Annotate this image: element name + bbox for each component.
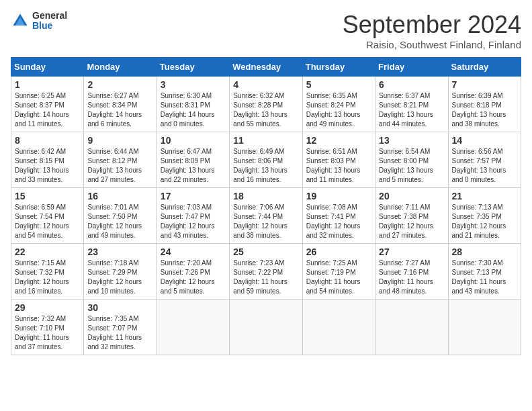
- calendar-week-row: 8Sunrise: 6:42 AMSunset: 8:15 PMDaylight…: [11, 132, 521, 188]
- calendar-cell: 29Sunrise: 7:32 AMSunset: 7:10 PMDayligh…: [11, 300, 84, 355]
- calendar-header-saturday: Saturday: [448, 58, 521, 77]
- logo-blue: Blue: [32, 21, 67, 31]
- calendar-cell: 1Sunrise: 6:25 AMSunset: 8:37 PMDaylight…: [11, 77, 84, 132]
- calendar-cell: [230, 300, 302, 355]
- calendar-cell: 15Sunrise: 6:59 AMSunset: 7:54 PMDayligh…: [11, 188, 84, 244]
- calendar-cell: 22Sunrise: 7:15 AMSunset: 7:32 PMDayligh…: [11, 244, 84, 300]
- day-info: Sunrise: 6:51 AMSunset: 8:03 PMDaylight:…: [306, 147, 371, 185]
- day-info: Sunrise: 6:49 AMSunset: 8:06 PMDaylight:…: [233, 147, 298, 185]
- calendar-cell: 30Sunrise: 7:35 AMSunset: 7:07 PMDayligh…: [84, 300, 157, 355]
- day-info: Sunrise: 6:39 AMSunset: 8:18 PMDaylight:…: [452, 91, 517, 129]
- calendar-header-wednesday: Wednesday: [230, 58, 302, 77]
- logo: General Blue: [11, 11, 67, 32]
- day-number: 14: [452, 135, 517, 146]
- calendar-cell: 18Sunrise: 7:06 AMSunset: 7:44 PMDayligh…: [230, 188, 302, 244]
- day-number: 19: [306, 191, 371, 201]
- day-info: Sunrise: 7:13 AMSunset: 7:35 PMDaylight:…: [452, 203, 517, 240]
- day-number: 26: [306, 246, 371, 257]
- calendar-cell: 19Sunrise: 7:08 AMSunset: 7:41 PMDayligh…: [302, 188, 375, 244]
- day-info: Sunrise: 7:08 AMSunset: 7:41 PMDaylight:…: [306, 203, 371, 240]
- day-info: Sunrise: 7:30 AMSunset: 7:13 PMDaylight:…: [452, 259, 517, 296]
- day-info: Sunrise: 7:27 AMSunset: 7:16 PMDaylight:…: [379, 259, 444, 296]
- calendar-cell: 7Sunrise: 6:39 AMSunset: 8:18 PMDaylight…: [448, 77, 521, 132]
- calendar-cell: 6Sunrise: 6:37 AMSunset: 8:21 PMDaylight…: [375, 77, 448, 132]
- calendar-cell: 23Sunrise: 7:18 AMSunset: 7:29 PMDayligh…: [84, 244, 157, 300]
- day-number: 2: [87, 79, 152, 90]
- calendar-header-row: SundayMondayTuesdayWednesdayThursdayFrid…: [11, 58, 521, 77]
- day-number: 6: [379, 79, 444, 90]
- day-number: 20: [379, 191, 444, 201]
- calendar-cell: 2Sunrise: 6:27 AMSunset: 8:34 PMDaylight…: [84, 77, 157, 132]
- logo-text: General Blue: [32, 11, 67, 32]
- day-info: Sunrise: 6:54 AMSunset: 8:00 PMDaylight:…: [379, 147, 444, 185]
- day-info: Sunrise: 7:11 AMSunset: 7:38 PMDaylight:…: [379, 203, 444, 240]
- calendar-cell: [448, 300, 521, 355]
- day-info: Sunrise: 7:23 AMSunset: 7:22 PMDaylight:…: [233, 259, 298, 296]
- day-number: 16: [87, 191, 152, 201]
- calendar-header-tuesday: Tuesday: [157, 58, 229, 77]
- day-info: Sunrise: 6:37 AMSunset: 8:21 PMDaylight:…: [379, 91, 444, 129]
- calendar-cell: 10Sunrise: 6:47 AMSunset: 8:09 PMDayligh…: [157, 132, 229, 188]
- location: Raisio, Southwest Finland, Finland: [343, 39, 521, 50]
- day-info: Sunrise: 7:06 AMSunset: 7:44 PMDaylight:…: [233, 203, 298, 240]
- calendar-cell: 8Sunrise: 6:42 AMSunset: 8:15 PMDaylight…: [11, 132, 84, 188]
- day-info: Sunrise: 6:27 AMSunset: 8:34 PMDaylight:…: [87, 91, 152, 129]
- day-info: Sunrise: 7:35 AMSunset: 7:07 PMDaylight:…: [87, 314, 152, 352]
- logo-icon: [11, 11, 30, 30]
- day-number: 10: [161, 135, 226, 146]
- day-info: Sunrise: 7:20 AMSunset: 7:26 PMDaylight:…: [161, 259, 226, 296]
- day-number: 30: [87, 302, 152, 313]
- day-number: 15: [15, 191, 80, 201]
- calendar-cell: 12Sunrise: 6:51 AMSunset: 8:03 PMDayligh…: [302, 132, 375, 188]
- calendar-cell: 14Sunrise: 6:56 AMSunset: 7:57 PMDayligh…: [448, 132, 521, 188]
- day-info: Sunrise: 7:15 AMSunset: 7:32 PMDaylight:…: [15, 259, 80, 296]
- day-number: 28: [452, 246, 517, 257]
- day-number: 11: [233, 135, 298, 146]
- day-info: Sunrise: 7:32 AMSunset: 7:10 PMDaylight:…: [15, 314, 80, 352]
- calendar-cell: 24Sunrise: 7:20 AMSunset: 7:26 PMDayligh…: [157, 244, 229, 300]
- day-number: 17: [161, 191, 226, 201]
- day-number: 22: [15, 246, 80, 257]
- day-number: 24: [161, 246, 226, 257]
- day-info: Sunrise: 6:30 AMSunset: 8:31 PMDaylight:…: [161, 91, 226, 129]
- calendar-cell: 13Sunrise: 6:54 AMSunset: 8:00 PMDayligh…: [375, 132, 448, 188]
- day-number: 5: [306, 79, 371, 90]
- month-title: September 2024: [343, 11, 521, 39]
- day-number: 4: [233, 79, 298, 90]
- calendar-cell: 4Sunrise: 6:32 AMSunset: 8:28 PMDaylight…: [230, 77, 302, 132]
- day-info: Sunrise: 6:59 AMSunset: 7:54 PMDaylight:…: [15, 203, 80, 240]
- calendar-cell: 21Sunrise: 7:13 AMSunset: 7:35 PMDayligh…: [448, 188, 521, 244]
- day-info: Sunrise: 7:03 AMSunset: 7:47 PMDaylight:…: [161, 203, 226, 240]
- calendar-cell: 3Sunrise: 6:30 AMSunset: 8:31 PMDaylight…: [157, 77, 229, 132]
- day-number: 23: [87, 246, 152, 257]
- calendar-cell: 5Sunrise: 6:35 AMSunset: 8:24 PMDaylight…: [302, 77, 375, 132]
- day-info: Sunrise: 7:18 AMSunset: 7:29 PMDaylight:…: [87, 259, 152, 296]
- day-info: Sunrise: 6:44 AMSunset: 8:12 PMDaylight:…: [87, 147, 152, 185]
- calendar-cell: 27Sunrise: 7:27 AMSunset: 7:16 PMDayligh…: [375, 244, 448, 300]
- title-section: September 2024 Raisio, Southwest Finland…: [343, 11, 521, 50]
- day-number: 1: [15, 79, 80, 90]
- calendar-header-thursday: Thursday: [302, 58, 375, 77]
- day-info: Sunrise: 7:01 AMSunset: 7:50 PMDaylight:…: [87, 203, 152, 240]
- calendar-week-row: 15Sunrise: 6:59 AMSunset: 7:54 PMDayligh…: [11, 188, 521, 244]
- calendar-cell: 16Sunrise: 7:01 AMSunset: 7:50 PMDayligh…: [84, 188, 157, 244]
- calendar-cell: 26Sunrise: 7:25 AMSunset: 7:19 PMDayligh…: [302, 244, 375, 300]
- day-number: 27: [379, 246, 444, 257]
- day-info: Sunrise: 6:42 AMSunset: 8:15 PMDaylight:…: [15, 147, 80, 185]
- calendar-cell: 11Sunrise: 6:49 AMSunset: 8:06 PMDayligh…: [230, 132, 302, 188]
- calendar-week-row: 22Sunrise: 7:15 AMSunset: 7:32 PMDayligh…: [11, 244, 521, 300]
- calendar-cell: [375, 300, 448, 355]
- day-number: 29: [15, 302, 80, 313]
- calendar-cell: 17Sunrise: 7:03 AMSunset: 7:47 PMDayligh…: [157, 188, 229, 244]
- day-number: 13: [379, 135, 444, 146]
- day-info: Sunrise: 6:35 AMSunset: 8:24 PMDaylight:…: [306, 91, 371, 129]
- calendar-table: SundayMondayTuesdayWednesdayThursdayFrid…: [11, 57, 521, 355]
- day-number: 3: [161, 79, 226, 90]
- calendar-cell: 28Sunrise: 7:30 AMSunset: 7:13 PMDayligh…: [448, 244, 521, 300]
- day-number: 21: [452, 191, 517, 201]
- day-number: 12: [306, 135, 371, 146]
- calendar-header-monday: Monday: [84, 58, 157, 77]
- day-number: 9: [87, 135, 152, 146]
- page-header: General Blue September 2024 Raisio, Sout…: [11, 11, 521, 50]
- calendar-cell: 25Sunrise: 7:23 AMSunset: 7:22 PMDayligh…: [230, 244, 302, 300]
